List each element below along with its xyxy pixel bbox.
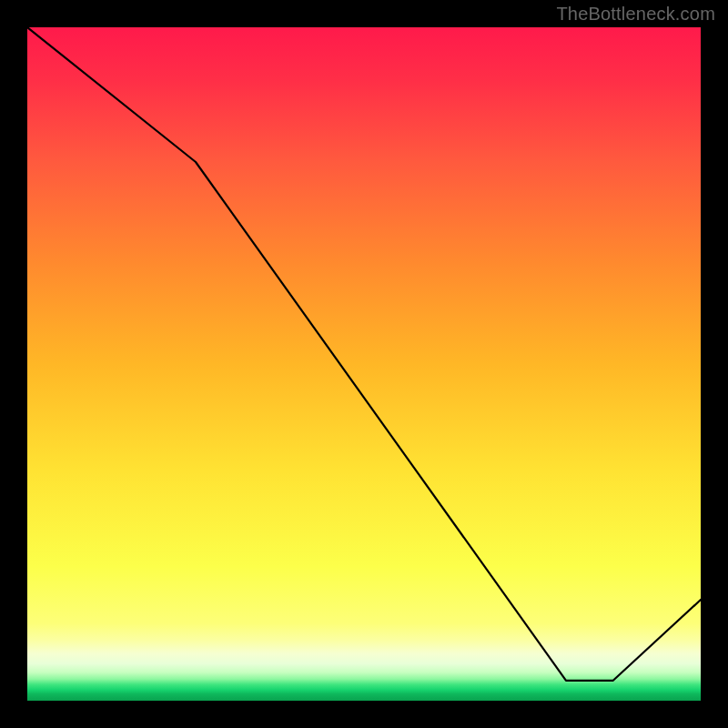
chart-frame: TheBottleneck.com bbox=[0, 0, 728, 728]
attribution-label: TheBottleneck.com bbox=[556, 4, 715, 25]
bottleneck-curve bbox=[27, 27, 701, 681]
plot-area bbox=[27, 27, 701, 701]
curve-layer bbox=[27, 27, 701, 701]
